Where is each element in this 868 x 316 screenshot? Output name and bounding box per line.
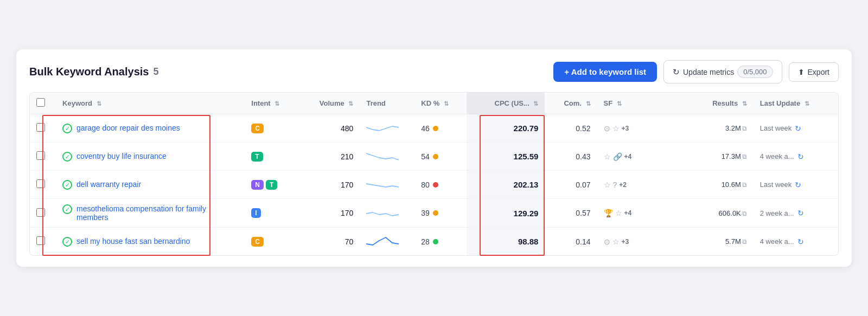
table-container: Keyword ⇅ Intent ⇅ Volume ⇅ Trend KD % ⇅: [29, 92, 839, 256]
row-checkbox[interactable]: [36, 179, 45, 188]
lastupdate-cell: 4 week a... ↻: [754, 228, 838, 256]
header-keyword-col[interactable]: Keyword ⇅: [56, 93, 245, 114]
sf-cell: ⊙☆+3: [597, 114, 682, 143]
row-refresh-icon[interactable]: ↻: [795, 124, 801, 133]
kd-dot: [433, 239, 438, 244]
row-refresh-icon[interactable]: ↻: [795, 180, 801, 189]
kd-cell: 28: [414, 228, 467, 256]
header-intent-col[interactable]: Intent ⇅: [245, 93, 303, 114]
export-button[interactable]: ⬆ Export: [789, 62, 839, 82]
intent-badge: N: [251, 180, 264, 190]
copy-icon[interactable]: ⧉: [742, 181, 747, 189]
results-cell: 3.2M⧉: [682, 114, 754, 143]
refresh-icon: ↻: [673, 67, 680, 77]
sf-icon: 🏆: [604, 209, 613, 217]
keyword-count: 5: [153, 66, 158, 78]
row-checkbox[interactable]: [36, 151, 45, 160]
intent-badge: C: [251, 124, 264, 133]
trend-chart: [366, 233, 399, 248]
copy-icon[interactable]: ⧉: [742, 238, 747, 246]
sf-icon: ?: [613, 180, 617, 189]
header-trend-col[interactable]: Trend: [360, 93, 414, 114]
row-checkbox[interactable]: [36, 236, 45, 245]
select-all-checkbox[interactable]: [36, 98, 45, 107]
row-checkbox[interactable]: [36, 208, 45, 217]
trend-cell: [360, 228, 414, 256]
sf-icon: ☆: [604, 180, 611, 189]
trend-cell: [360, 171, 414, 199]
header-cpc-col[interactable]: CPC (US... ⇅: [467, 93, 545, 114]
trend-chart: [366, 148, 399, 163]
row-refresh-icon[interactable]: ↻: [797, 237, 804, 246]
copy-icon[interactable]: ⧉: [742, 125, 747, 132]
sf-cell: ☆?+2: [597, 171, 682, 199]
copy-icon[interactable]: ⧉: [742, 153, 747, 160]
volume-cell: 170: [303, 199, 360, 228]
lastupdate-text: 2 week a...: [760, 209, 794, 217]
cpc-cell: 98.88: [467, 228, 545, 256]
add-to-keyword-list-button[interactable]: + Add to keyword list: [553, 62, 657, 82]
volume-sort-icon: ⇅: [348, 100, 353, 107]
intent-badge: C: [251, 237, 264, 247]
trend-chart: [366, 120, 399, 135]
quota-badge: 0/5,000: [737, 66, 773, 78]
keyword-link[interactable]: mesothelioma compensation for family mem…: [76, 204, 238, 222]
cpc-sort-icon: ⇅: [533, 100, 538, 107]
com-cell: 0.57: [545, 199, 597, 228]
sf-cell: 🏆☆+4: [597, 199, 682, 228]
header-sf-col[interactable]: SF ⇅: [597, 93, 682, 114]
table-row: ✓ mesothelioma compensation for family m…: [30, 199, 838, 228]
header-volume-col[interactable]: Volume ⇅: [303, 93, 360, 114]
com-cell: 0.52: [545, 114, 597, 143]
lastupdate-cell: Last week ↻: [754, 114, 838, 143]
keyword-verified-icon: ✓: [62, 152, 72, 162]
lastupdate-text: 4 week a...: [760, 237, 794, 246]
kd-value: 54: [421, 152, 430, 161]
keyword-link[interactable]: coventry buy life insurance: [76, 152, 167, 160]
keyword-link[interactable]: sell my house fast san bernardino: [76, 237, 190, 246]
update-metrics-button[interactable]: ↻ Update metrics 0/5,000: [663, 60, 782, 83]
keyword-cell: ✓ coventry buy life insurance: [56, 143, 245, 171]
table-row: ✓ coventry buy life insurance T 210 54 1…: [30, 143, 838, 171]
keyword-table: Keyword ⇅ Intent ⇅ Volume ⇅ Trend KD % ⇅: [30, 93, 838, 255]
table-row: ✓ sell my house fast san bernardino C 70…: [30, 228, 838, 256]
export-icon: ⬆: [798, 68, 805, 76]
header-kd-col[interactable]: KD % ⇅: [414, 93, 467, 114]
kd-dot: [433, 182, 438, 188]
sf-plus: +2: [619, 181, 627, 189]
sf-sort-icon: ⇅: [617, 100, 622, 107]
row-refresh-icon[interactable]: ↻: [797, 152, 804, 161]
keyword-link[interactable]: garage door repair des moines: [76, 124, 180, 132]
lastupdate-text: Last week: [760, 124, 792, 132]
lastupdate-text: Last week: [760, 180, 792, 189]
lastupdate-cell: Last week ↻: [754, 171, 838, 199]
kd-cell: 80: [414, 171, 467, 199]
keyword-cell: ✓ sell my house fast san bernardino: [56, 228, 245, 256]
keyword-verified-icon: ✓: [62, 180, 72, 190]
sf-cell: ☆🔗+4: [597, 143, 682, 171]
com-sort-icon: ⇅: [586, 100, 591, 107]
sf-icon: ☆: [615, 209, 622, 217]
kd-value: 39: [421, 209, 430, 217]
keyword-verified-icon: ✓: [62, 237, 72, 247]
row-refresh-icon[interactable]: ↻: [797, 209, 804, 217]
sf-icon: 🔗: [613, 152, 622, 161]
keyword-cell: ✓ dell warranty repair: [56, 171, 245, 199]
kd-cell: 39: [414, 199, 467, 228]
sf-plus: +3: [622, 125, 629, 132]
results-sort-icon: ⇅: [742, 100, 747, 107]
header-lastupdate-col[interactable]: Last Update ⇅: [754, 93, 838, 114]
header-results-col[interactable]: Results ⇅: [682, 93, 754, 114]
keyword-link[interactable]: dell warranty repair: [76, 180, 141, 189]
header-com-col[interactable]: Com. ⇅: [545, 93, 597, 114]
results-cell: 5.7M⧉: [682, 228, 754, 256]
data-table-wrapper: Keyword ⇅ Intent ⇅ Volume ⇅ Trend KD % ⇅: [29, 92, 839, 256]
kd-sort-icon: ⇅: [444, 100, 449, 107]
sf-icon: ☆: [612, 237, 620, 246]
intent-badge: T: [251, 152, 263, 162]
row-checkbox[interactable]: [36, 123, 45, 132]
trend-cell: [360, 114, 414, 143]
intent-cell: C: [245, 114, 303, 143]
copy-icon[interactable]: ⧉: [742, 210, 747, 217]
trend-chart: [366, 176, 399, 191]
